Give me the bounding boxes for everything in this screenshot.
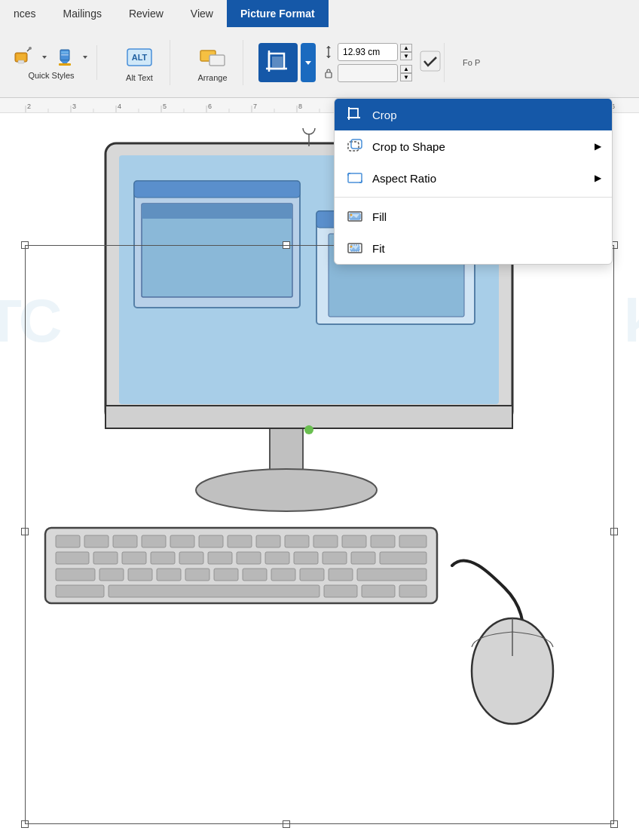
width-input[interactable] (338, 64, 398, 82)
crop-area: ▲ ▼ ▲ ▼ (255, 43, 445, 82)
svg-rect-101 (357, 569, 427, 581)
svg-rect-99 (300, 569, 324, 581)
alt-text-button[interactable]: ALT Alt Text (118, 40, 161, 85)
svg-rect-96 (214, 569, 238, 581)
svg-text:7: 7 (253, 103, 257, 110)
height-up-button[interactable]: ▲ (400, 44, 412, 52)
svg-rect-67 (84, 535, 109, 547)
crop-menu-icon (347, 106, 363, 123)
lock-icon (322, 66, 335, 80)
handle-bottom-left[interactable] (21, 820, 29, 828)
svg-rect-70 (170, 535, 194, 547)
paint-bucket-dropdown[interactable] (39, 45, 50, 69)
svg-marker-20 (305, 61, 311, 65)
svg-text:3: 3 (72, 103, 76, 110)
svg-rect-55 (134, 181, 300, 198)
menu-item-crop[interactable]: Crop (335, 99, 612, 130)
svg-rect-87 (294, 552, 318, 564)
height-icon (322, 45, 335, 59)
format-partial-label: Fo P (457, 58, 480, 67)
svg-rect-82 (151, 552, 175, 564)
height-down-button[interactable]: ▼ (400, 52, 412, 60)
pencil-dropdown[interactable] (80, 45, 90, 69)
svg-rect-106 (399, 585, 427, 597)
confirm-button[interactable] (420, 51, 441, 75)
svg-rect-86 (265, 552, 289, 564)
dimension-inputs: ▲ ▼ ▲ ▼ (322, 43, 412, 82)
handle-top-left[interactable] (21, 241, 29, 249)
handle-right[interactable] (610, 528, 618, 535)
arrange-group: Arrange (182, 40, 243, 85)
tab-mailings[interactable]: Mailings (50, 0, 115, 27)
crop-main-button[interactable] (258, 43, 298, 82)
svg-rect-19 (272, 57, 283, 67)
handle-left[interactable] (21, 528, 29, 535)
svg-rect-72 (228, 535, 252, 547)
svg-rect-88 (323, 552, 347, 564)
svg-rect-116 (348, 173, 362, 182)
svg-rect-63 (105, 406, 512, 428)
tab-view[interactable]: View (177, 0, 227, 27)
svg-rect-66 (56, 535, 80, 547)
pencil-icon[interactable] (53, 45, 77, 69)
svg-rect-80 (93, 552, 118, 564)
handle-bottom-right[interactable] (610, 820, 618, 828)
svg-rect-92 (99, 569, 124, 581)
arrange-label: Arrange (197, 73, 227, 82)
svg-point-109 (303, 128, 315, 134)
svg-rect-25 (420, 51, 440, 71)
svg-rect-73 (256, 535, 280, 547)
svg-text:8: 8 (298, 103, 302, 110)
svg-rect-1 (17, 54, 26, 60)
menu-item-fill[interactable]: Fill (335, 201, 612, 232)
paint-bucket-icon[interactable] (12, 45, 36, 69)
height-input[interactable] (338, 43, 398, 61)
quick-styles-label: Quick Styles (28, 71, 74, 80)
svg-rect-103 (109, 585, 320, 597)
svg-rect-102 (56, 585, 104, 597)
svg-rect-97 (243, 569, 267, 581)
tab-bar: nces Mailings Review View Picture Format (0, 0, 639, 27)
width-down-button[interactable]: ▼ (400, 73, 412, 81)
crop-to-shape-label: Crop to Shape (372, 140, 445, 153)
aspect-ratio-label: Aspect Ratio (372, 172, 436, 185)
menu-item-fit[interactable]: Fit (335, 232, 612, 264)
quick-styles-top (12, 45, 90, 69)
aspect-ratio-icon (347, 170, 363, 186)
svg-point-127 (350, 246, 353, 248)
fit-label: Fit (372, 242, 385, 255)
svg-rect-57 (142, 204, 292, 219)
svg-rect-111 (349, 109, 358, 118)
fill-label: Fill (372, 210, 387, 223)
crop-to-shape-arrow: ▶ (595, 141, 601, 152)
svg-marker-5 (42, 56, 47, 59)
tab-review[interactable]: Review (115, 0, 177, 27)
menu-item-crop-to-shape[interactable]: Crop to Shape ▶ (335, 130, 612, 162)
menu-item-aspect-ratio[interactable]: Aspect Ratio ▶ (335, 162, 612, 194)
svg-text:5: 5 (163, 103, 167, 110)
svg-point-64 (304, 425, 313, 434)
svg-rect-78 (399, 535, 427, 547)
fill-icon (347, 208, 363, 225)
tab-nces[interactable]: nces (0, 0, 50, 27)
handle-top-center[interactable] (283, 241, 290, 249)
svg-rect-94 (157, 569, 181, 581)
arrange-button[interactable]: Arrange (191, 40, 234, 85)
crop-dropdown-button[interactable] (301, 43, 316, 82)
handle-bottom-center[interactable] (283, 820, 290, 828)
svg-rect-115 (351, 139, 362, 149)
svg-rect-68 (113, 535, 137, 547)
tab-picture-format[interactable]: Picture Format (227, 0, 329, 27)
svg-point-123 (350, 214, 353, 216)
width-up-button[interactable]: ▲ (400, 65, 412, 73)
quick-styles-group: Quick Styles (6, 45, 97, 80)
svg-rect-76 (342, 535, 366, 547)
svg-rect-104 (324, 585, 357, 597)
svg-rect-15 (209, 55, 225, 66)
svg-rect-84 (208, 552, 232, 564)
svg-rect-74 (285, 535, 309, 547)
svg-rect-10 (59, 63, 71, 66)
svg-rect-71 (199, 535, 223, 547)
width-spinner: ▲ ▼ (400, 65, 412, 81)
svg-rect-81 (122, 552, 146, 564)
